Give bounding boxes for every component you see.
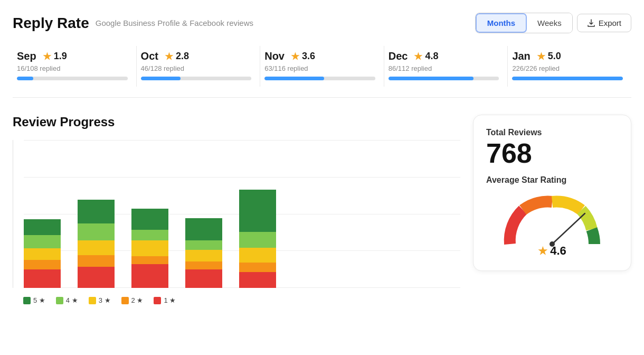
month-name: Sep	[17, 50, 36, 62]
month-name: Jan	[512, 50, 530, 62]
total-reviews-label: Total Reviews	[486, 128, 618, 137]
month-header: Jan ★ 5.0	[512, 50, 623, 62]
bar-segment-three	[24, 248, 61, 260]
legend-label: 4 ★	[66, 296, 78, 304]
header-subtitle: Google Business Profile & Facebook revie…	[96, 18, 253, 27]
export-button[interactable]: Export	[577, 14, 631, 32]
bar-segment-two	[131, 256, 168, 264]
progress-bar-bg	[264, 77, 375, 80]
legend-item: 3 ★	[89, 296, 111, 304]
bar-segment-three	[131, 240, 168, 256]
export-icon	[587, 19, 595, 27]
progress-bar-fill	[17, 77, 33, 80]
progress-bar-bg	[512, 77, 623, 80]
legend-label: 2 ★	[131, 296, 144, 304]
month-rating: ★ 4.8	[414, 51, 438, 62]
bar-segment-one	[78, 267, 115, 288]
month-card: Jan ★ 5.0 226/226 replied	[508, 46, 631, 87]
month-rating: ★ 3.6	[291, 51, 315, 62]
bar-segment-five	[239, 190, 276, 232]
bar-group	[131, 209, 168, 288]
progress-bar-bg	[389, 77, 499, 80]
legend-item: 2 ★	[121, 296, 144, 304]
month-replied: 46/128 replied	[141, 64, 252, 72]
month-replied: 63/116 replied	[264, 64, 375, 72]
month-replied: 16/108 replied	[17, 64, 128, 72]
bar-group	[24, 219, 61, 288]
bar-segment-three	[185, 250, 222, 261]
gauge-star-icon: ★	[538, 245, 547, 257]
total-reviews-count: 768	[486, 139, 618, 167]
progress-bar-bg	[17, 77, 128, 80]
bar-segment-four	[185, 240, 222, 250]
legend-dot	[121, 297, 129, 304]
total-reviews-card: Total Reviews 768 Average Star Rating	[473, 115, 631, 271]
progress-bar-fill	[389, 77, 473, 80]
legend-dot	[154, 297, 161, 304]
bar-segment-five	[24, 219, 61, 235]
progress-bar-bg	[141, 77, 252, 80]
bar-segment-two	[78, 255, 115, 267]
star-icon: ★	[414, 51, 422, 62]
legend-label: 5 ★	[33, 296, 45, 304]
month-rating: ★ 1.9	[43, 51, 67, 62]
month-replied: 226/226 replied	[512, 64, 623, 72]
bar-group	[239, 190, 276, 288]
stacked-bar	[239, 190, 276, 288]
month-header: Sep ★ 1.9	[17, 50, 128, 62]
month-replied: 86/112 replied	[389, 64, 499, 72]
view-toggle-group: Months Weeks	[475, 13, 573, 33]
star-icon: ★	[165, 51, 173, 62]
bottom-section: Review Progress 5 ★ 4 ★ 3 ★ 2 ★ 1 ★ Tota…	[13, 115, 631, 304]
bar-segment-three	[239, 248, 276, 263]
avg-rating-label: Average Star Rating	[486, 175, 618, 185]
month-name: Nov	[264, 50, 285, 62]
svg-line-0	[552, 213, 585, 244]
gauge-container: ★ 4.6	[486, 191, 618, 258]
legend-dot	[23, 297, 31, 304]
legend-dot	[89, 297, 96, 304]
months-button[interactable]: Months	[476, 13, 527, 33]
bar-segment-five	[131, 209, 168, 230]
star-icon: ★	[291, 51, 299, 62]
month-card: Sep ★ 1.9 16/108 replied	[13, 46, 137, 87]
bar-segment-two	[185, 261, 222, 269]
header-left: Reply Rate Google Business Profile & Fac…	[13, 15, 253, 32]
header: Reply Rate Google Business Profile & Fac…	[13, 13, 631, 33]
legend-label: 1 ★	[164, 296, 176, 304]
month-rating: ★ 2.8	[165, 51, 189, 62]
review-progress-title: Review Progress	[13, 115, 460, 129]
legend-label: 3 ★	[99, 296, 111, 304]
progress-bar-fill	[512, 77, 623, 80]
bar-segment-one	[24, 269, 61, 288]
gauge-chart	[499, 191, 605, 249]
page-title: Reply Rate	[13, 15, 89, 32]
bar-segment-five	[185, 218, 222, 240]
month-cards: Sep ★ 1.9 16/108 replied Oct ★ 2.8 46/12…	[13, 46, 631, 98]
bar-segment-one	[131, 264, 168, 288]
bar-segment-five	[78, 200, 115, 223]
month-rating: ★ 5.0	[537, 51, 561, 62]
bar-segment-four	[78, 223, 115, 240]
bar-segment-four	[24, 235, 61, 248]
bar-segment-two	[239, 263, 276, 272]
star-icon: ★	[537, 51, 545, 62]
header-actions: Months Weeks Export	[475, 13, 631, 33]
progress-bar-fill	[141, 77, 181, 80]
legend-dot	[56, 297, 63, 304]
chart-area	[13, 140, 460, 288]
bar-segment-four	[131, 230, 168, 240]
stacked-bar	[185, 218, 222, 288]
month-card: Nov ★ 3.6 63/116 replied	[260, 46, 384, 87]
chart-legend: 5 ★ 4 ★ 3 ★ 2 ★ 1 ★	[13, 296, 460, 304]
weeks-button[interactable]: Weeks	[527, 13, 572, 33]
bar-segment-one	[239, 272, 276, 288]
gridline	[24, 140, 460, 141]
stacked-bar	[131, 209, 168, 288]
month-card: Oct ★ 2.8 46/128 replied	[137, 46, 261, 87]
review-progress-section: Review Progress 5 ★ 4 ★ 3 ★ 2 ★ 1 ★	[13, 115, 460, 304]
bar-group	[78, 200, 115, 288]
bar-segment-one	[185, 269, 222, 288]
stacked-bar	[24, 219, 61, 288]
legend-item: 1 ★	[154, 296, 176, 304]
